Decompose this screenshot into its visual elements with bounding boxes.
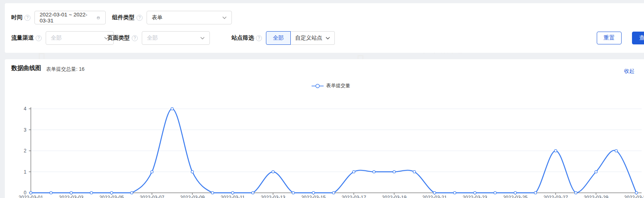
- filter-site: 站点筛选 ? 全部 自定义站点: [231, 31, 335, 45]
- x-tick-label: 2022-03-19: [382, 195, 407, 198]
- filter-component-type: 组件类型 ? 表单: [112, 11, 232, 24]
- data-point: [50, 192, 52, 194]
- site-filter-custom-button[interactable]: 自定义站点: [291, 31, 335, 45]
- help-icon[interactable]: ?: [24, 15, 30, 21]
- y-tick-label: 2: [24, 148, 26, 154]
- x-tick-label: 2022-03-11: [221, 195, 245, 198]
- calendar-icon: [96, 16, 101, 19]
- filter-traffic-channel-label: 流量渠道: [11, 34, 34, 42]
- chart-panel: 数据曲线图 表单提交总量: 16 收起 表单提交量 012342022-03-0…: [5, 59, 644, 198]
- x-tick-label: 2022-03-03: [59, 195, 84, 198]
- data-point: [453, 192, 456, 194]
- x-tick-label: 2022-03-27: [543, 195, 568, 198]
- data-point: [171, 108, 173, 110]
- x-tick-label: 2022-03-17: [342, 195, 366, 198]
- page-type-placeholder: 全部: [147, 34, 158, 42]
- site-filter-custom-label: 自定义站点: [295, 34, 322, 42]
- filter-page-type-label: 页面类型: [107, 34, 130, 42]
- data-point: [110, 192, 113, 194]
- x-tick-label: 2022-03-23: [463, 195, 487, 198]
- x-tick-label: 2022-03-25: [503, 195, 528, 198]
- traffic-channel-placeholder: 全部: [51, 34, 62, 42]
- y-tick-label: 1: [24, 169, 26, 175]
- data-point: [131, 192, 133, 194]
- data-point: [534, 192, 537, 194]
- help-icon[interactable]: ?: [132, 35, 138, 41]
- x-tick-label: 2022-03-31: [624, 195, 644, 198]
- data-point: [151, 170, 153, 173]
- x-tick-label: 2022-03-07: [140, 195, 165, 198]
- data-point: [30, 192, 32, 194]
- data-point: [413, 170, 415, 173]
- site-filter-all-button[interactable]: 全部: [266, 31, 291, 45]
- data-point: [211, 192, 213, 194]
- axes: 012342022-03-012022-03-032022-03-052022-…: [18, 106, 644, 198]
- data-point: [393, 170, 395, 173]
- data-point: [90, 192, 93, 194]
- analytics-page: 千马讯网络千马讯网络千马讯网络千马讯网络千马讯网络千马讯网络千马讯网络千马讯网络…: [0, 0, 644, 198]
- data-point: [514, 192, 516, 194]
- data-point: [575, 192, 577, 194]
- line-chart[interactable]: 012342022-03-012022-03-032022-03-052022-…: [5, 59, 644, 198]
- filter-time-label: 时间: [11, 14, 22, 21]
- filter-time: 时间 ? 2022-03-01 ~ 2022-03-31: [11, 11, 106, 24]
- filter-component-type-label: 组件类型: [112, 14, 135, 21]
- data-point: [635, 192, 638, 194]
- x-tick-label: 2022-03-21: [422, 195, 447, 198]
- x-tick-label: 2022-03-15: [301, 195, 326, 198]
- site-filter-segmented: 全部 自定义站点: [266, 31, 335, 45]
- component-type-value: 表单: [152, 14, 163, 21]
- data-point: [554, 150, 557, 152]
- x-tick-label: 2022-03-13: [261, 195, 286, 198]
- data-point: [70, 192, 72, 194]
- data-point: [494, 192, 496, 194]
- date-range-input[interactable]: 2022-03-01 ~ 2022-03-31: [34, 11, 106, 24]
- grid-lines: [31, 109, 642, 172]
- data-point: [191, 170, 193, 173]
- filter-site-label: 站点筛选: [231, 34, 254, 42]
- date-range-value: 2022-03-01 ~ 2022-03-31: [40, 12, 93, 24]
- data-point: [252, 192, 254, 194]
- help-icon[interactable]: ?: [137, 15, 143, 21]
- chevron-down-icon: [200, 37, 205, 40]
- data-point: [433, 192, 436, 194]
- data-point: [615, 150, 617, 152]
- chevron-down-icon: [222, 16, 227, 19]
- data-point: [352, 170, 355, 173]
- x-tick-label: 2022-03-09: [180, 195, 205, 198]
- data-point: [595, 170, 597, 173]
- traffic-channel-select[interactable]: 全部: [46, 31, 114, 45]
- data-point: [474, 192, 476, 194]
- page-type-select[interactable]: 全部: [142, 31, 210, 45]
- x-tick-label: 2022-03-01: [18, 195, 43, 198]
- data-point: [231, 192, 234, 194]
- filter-panel: 时间 ? 2022-03-01 ~ 2022-03-31 组件类型 ? 表单: [5, 3, 644, 53]
- component-type-select[interactable]: 表单: [147, 11, 232, 24]
- data-point: [292, 192, 294, 194]
- help-icon[interactable]: ?: [256, 35, 262, 41]
- data-point: [332, 192, 335, 194]
- y-tick-label: 4: [24, 106, 26, 112]
- data-point: [373, 170, 375, 173]
- x-tick-label: 2022-03-05: [99, 195, 124, 198]
- x-tick-label: 2022-03-29: [584, 195, 609, 198]
- data-point: [312, 192, 314, 194]
- query-button[interactable]: 查询: [632, 32, 644, 44]
- filter-page-type: 页面类型 ? 全部: [107, 31, 210, 45]
- y-tick-label: 3: [24, 127, 26, 133]
- reset-button[interactable]: 重置: [597, 32, 622, 44]
- chevron-down-icon: [326, 37, 330, 40]
- data-point: [272, 170, 274, 173]
- filter-traffic-channel: 流量渠道 ? 全部: [11, 31, 114, 45]
- help-icon[interactable]: ?: [36, 35, 42, 41]
